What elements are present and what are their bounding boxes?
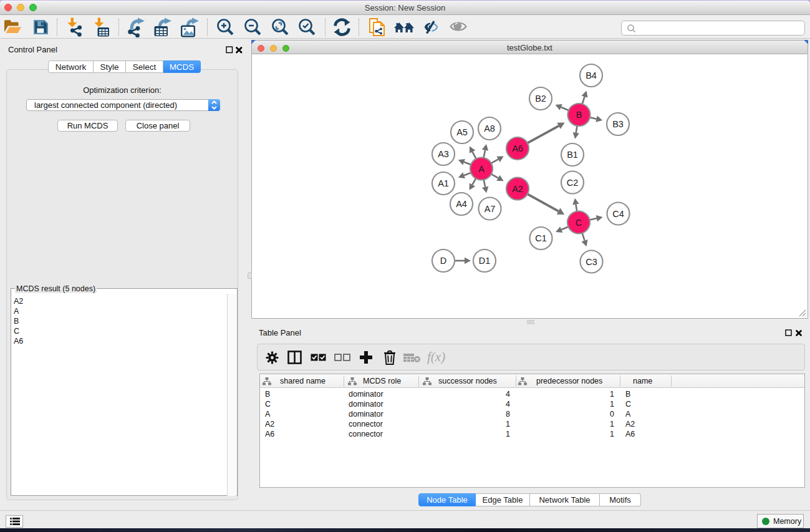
svg-text:B2: B2 xyxy=(535,94,546,104)
svg-text:A1: A1 xyxy=(438,178,449,188)
svg-text:C: C xyxy=(576,218,582,228)
svg-text:A2: A2 xyxy=(512,184,523,194)
svg-text:A6: A6 xyxy=(512,143,523,153)
svg-text:D1: D1 xyxy=(479,256,491,266)
svg-text:A5: A5 xyxy=(456,127,468,137)
svg-text:A: A xyxy=(478,164,485,174)
svg-text:A8: A8 xyxy=(484,123,495,133)
svg-text:B1: B1 xyxy=(567,150,578,160)
svg-text:B3: B3 xyxy=(612,119,624,129)
svg-text:A7: A7 xyxy=(485,204,496,214)
svg-text:A4: A4 xyxy=(456,199,467,209)
svg-text:B: B xyxy=(576,110,582,120)
svg-text:B4: B4 xyxy=(586,70,597,80)
svg-text:C2: C2 xyxy=(567,178,579,188)
svg-text:C4: C4 xyxy=(612,209,624,219)
svg-text:C3: C3 xyxy=(586,257,597,267)
svg-text:A3: A3 xyxy=(438,149,449,159)
svg-text:D: D xyxy=(440,256,446,266)
svg-text:C1: C1 xyxy=(535,233,547,243)
